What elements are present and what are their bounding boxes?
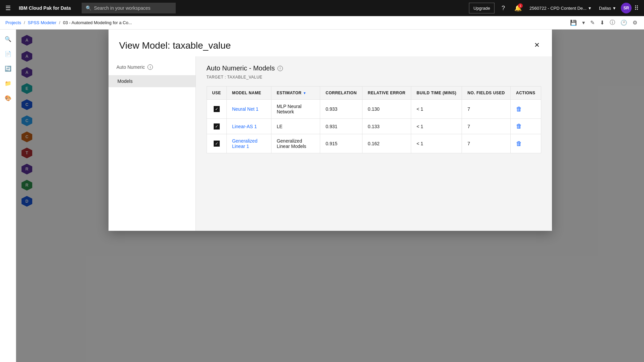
table-row: Generalized Linear 1 Generalized Linear … bbox=[207, 134, 541, 153]
edit-icon-button[interactable]: ✎ bbox=[589, 18, 596, 27]
row-correlation: 0.915 bbox=[320, 134, 362, 153]
sort-icon: ▼ bbox=[303, 91, 306, 95]
row-checkbox-cell[interactable] bbox=[207, 119, 226, 134]
chevron-down-icon-button[interactable]: ▾ bbox=[581, 18, 586, 27]
main-layout: 🔍 📄 🔄 📁 🎨 A A A E C C bbox=[0, 30, 644, 362]
col-header-build-time: BUILD TIME (MINS) bbox=[411, 87, 462, 100]
row-estimator: LE bbox=[271, 119, 320, 134]
menu-icon[interactable]: ☰ bbox=[5, 4, 11, 12]
row-correlation: 0.931 bbox=[320, 119, 362, 134]
model-name-link[interactable]: Generalized Linear 1 bbox=[232, 138, 258, 149]
sidebar-icon-file[interactable]: 📄 bbox=[1, 47, 15, 60]
modal-header: View Model: taxable_value ✕ bbox=[109, 30, 552, 56]
row-no-fields: 7 bbox=[462, 134, 511, 153]
model-name-link[interactable]: Linear-AS 1 bbox=[232, 124, 257, 129]
chevron-down-icon: ▾ bbox=[589, 5, 591, 11]
breadcrumb-spss[interactable]: SPSS Modeler bbox=[28, 20, 56, 25]
row-actions: 🗑 bbox=[510, 100, 541, 119]
breadcrumb-sep-2: / bbox=[59, 20, 60, 25]
col-header-use: USE bbox=[207, 87, 226, 100]
delete-model-button[interactable]: 🗑 bbox=[516, 123, 522, 130]
target-label: TARGET : TAXABLE_VALUE bbox=[207, 75, 541, 80]
download-icon-button[interactable]: ⬇ bbox=[599, 18, 606, 27]
breadcrumb: Projects / SPSS Modeler / 03 - Automated… bbox=[0, 16, 644, 30]
delete-model-button[interactable]: 🗑 bbox=[516, 140, 522, 147]
section-info-icon[interactable]: i bbox=[147, 64, 153, 70]
notification-badge: 1 bbox=[518, 3, 523, 8]
model-table: USE MODEL NAME ESTIMATOR ▼ CORRELATION bbox=[207, 86, 541, 153]
sidebar-icon-folder[interactable]: 📁 bbox=[1, 76, 15, 90]
modal-overlay: View Model: taxable_value ✕ Auto Numeric… bbox=[16, 30, 644, 362]
checkbox[interactable] bbox=[214, 123, 220, 130]
row-correlation: 0.933 bbox=[320, 100, 362, 119]
save-icon-button[interactable]: 💾 bbox=[569, 18, 578, 27]
col-header-correlation: CORRELATION bbox=[320, 87, 362, 100]
row-relative-error: 0.130 bbox=[362, 100, 411, 119]
row-model-name: Linear-AS 1 bbox=[226, 119, 271, 134]
col-header-model-name: MODEL NAME bbox=[226, 87, 271, 100]
upgrade-button[interactable]: Upgrade bbox=[469, 3, 495, 13]
breadcrumb-sep-1: / bbox=[24, 20, 25, 25]
row-build-time: < 1 bbox=[411, 100, 462, 119]
row-model-name: Neural Net 1 bbox=[226, 100, 271, 119]
col-header-actions: ACTIONS bbox=[510, 87, 541, 100]
modal-title: View Model: taxable_value bbox=[119, 40, 231, 51]
content-area: A A A E C C C T R bbox=[16, 30, 644, 362]
help-icon: ? bbox=[502, 5, 505, 12]
checkbox[interactable] bbox=[214, 106, 220, 112]
row-actions: 🗑 bbox=[510, 134, 541, 153]
search-input[interactable] bbox=[94, 5, 172, 11]
checkbox[interactable] bbox=[214, 141, 220, 147]
section-content-info-icon[interactable]: i bbox=[277, 66, 283, 71]
account-name: 2560722 - CPD Content De... bbox=[529, 6, 587, 11]
row-checkbox-cell[interactable] bbox=[207, 134, 226, 153]
sidebar: 🔍 📄 🔄 📁 🎨 bbox=[0, 30, 16, 362]
sidebar-icon-palette[interactable]: 🎨 bbox=[1, 91, 15, 105]
table-row: Neural Net 1 MLP Neural Network 0.933 0.… bbox=[207, 100, 541, 119]
breadcrumb-current: 03 - Automated Modeling for a Co... bbox=[63, 20, 132, 25]
model-section-title: Auto Numeric - Models i bbox=[207, 64, 541, 72]
row-no-fields: 7 bbox=[462, 119, 511, 134]
delete-model-button[interactable]: 🗑 bbox=[516, 106, 522, 113]
search-icon: 🔍 bbox=[86, 5, 91, 11]
modal-sidebar-section-title: Auto Numeric i bbox=[109, 64, 196, 75]
sidebar-icon-refresh[interactable]: 🔄 bbox=[1, 62, 15, 75]
modal-body: Auto Numeric i Models Auto Numeric - Mod… bbox=[109, 56, 552, 231]
topbar: ☰ IBM Cloud Pak for Data 🔍 Upgrade ? 🔔 1… bbox=[0, 0, 644, 16]
help-button[interactable]: ? bbox=[497, 2, 509, 14]
grid-icon[interactable]: ⠿ bbox=[634, 4, 639, 12]
region-name: Dallas bbox=[599, 6, 611, 11]
col-header-relative-error: RELATIVE ERROR bbox=[362, 87, 411, 100]
breadcrumb-projects[interactable]: Projects bbox=[5, 20, 21, 25]
app-logo: IBM Cloud Pak for Data bbox=[19, 5, 71, 11]
modal-close-button[interactable]: ✕ bbox=[533, 40, 541, 50]
topbar-actions: Upgrade ? 🔔 1 2560722 - CPD Content De..… bbox=[469, 2, 639, 14]
sidebar-icon-search[interactable]: 🔍 bbox=[1, 32, 15, 46]
search-bar[interactable]: 🔍 bbox=[82, 3, 176, 13]
row-estimator: Generalized Linear Models bbox=[271, 134, 320, 153]
row-checkbox-cell[interactable] bbox=[207, 100, 226, 119]
row-build-time: < 1 bbox=[411, 134, 462, 153]
region-selector[interactable]: Dallas ▾ bbox=[596, 5, 618, 11]
table-header-row: USE MODEL NAME ESTIMATOR ▼ CORRELATION bbox=[207, 87, 541, 100]
row-model-name: Generalized Linear 1 bbox=[226, 134, 271, 153]
row-estimator: MLP Neural Network bbox=[271, 100, 320, 119]
notifications-button[interactable]: 🔔 1 bbox=[512, 2, 524, 14]
account-selector[interactable]: 2560722 - CPD Content De... ▾ bbox=[527, 5, 594, 11]
settings-icon-button[interactable]: ⚙ bbox=[631, 18, 639, 27]
table-row: Linear-AS 1 LE 0.931 0.133 < 1 7 🗑 bbox=[207, 119, 541, 134]
avatar[interactable]: SR bbox=[621, 3, 632, 13]
sidebar-item-models[interactable]: Models bbox=[109, 75, 196, 87]
history-icon-button[interactable]: 🕐 bbox=[619, 18, 629, 27]
col-header-estimator[interactable]: ESTIMATOR ▼ bbox=[271, 87, 320, 100]
model-name-link[interactable]: Neural Net 1 bbox=[232, 106, 259, 112]
view-model-modal: View Model: taxable_value ✕ Auto Numeric… bbox=[109, 30, 552, 231]
modal-sidebar: Auto Numeric i Models bbox=[109, 56, 196, 231]
row-relative-error: 0.162 bbox=[362, 134, 411, 153]
breadcrumb-actions: 💾 ▾ ✎ ⬇ ⓘ 🕐 ⚙ bbox=[569, 18, 639, 28]
info-icon-button[interactable]: ⓘ bbox=[608, 18, 616, 28]
row-no-fields: 7 bbox=[462, 100, 511, 119]
chevron-down-icon: ▾ bbox=[613, 5, 615, 11]
row-build-time: < 1 bbox=[411, 119, 462, 134]
row-relative-error: 0.133 bbox=[362, 119, 411, 134]
